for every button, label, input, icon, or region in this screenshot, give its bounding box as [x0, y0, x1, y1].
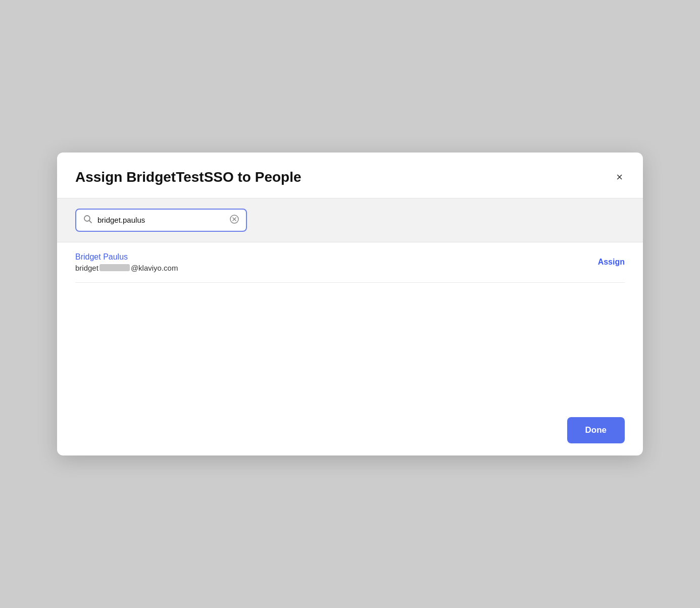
- search-icon: [83, 215, 92, 226]
- modal-overlay: Assign BridgetTestSSO to People ×: [0, 0, 700, 608]
- email-redacted: [99, 264, 130, 271]
- done-button[interactable]: Done: [567, 417, 625, 443]
- assign-button[interactable]: Assign: [598, 258, 625, 267]
- result-name[interactable]: Bridget Paulus: [75, 252, 178, 262]
- search-input-wrapper: [75, 209, 247, 232]
- results-list: Bridget Paulus bridget@klaviyo.com Assig…: [57, 242, 643, 405]
- clear-search-icon: [230, 215, 239, 225]
- clear-search-button[interactable]: [230, 215, 239, 225]
- search-input[interactable]: [97, 216, 225, 224]
- modal-title: Assign BridgetTestSSO to People: [75, 169, 302, 186]
- table-row: Bridget Paulus bridget@klaviyo.com Assig…: [75, 242, 625, 283]
- close-modal-button[interactable]: ×: [614, 170, 625, 185]
- search-bar-area: [57, 198, 643, 242]
- modal-dialog: Assign BridgetTestSSO to People ×: [57, 153, 643, 455]
- modal-header: Assign BridgetTestSSO to People ×: [57, 153, 643, 198]
- result-email: bridget@klaviyo.com: [75, 264, 178, 272]
- email-prefix: bridget: [75, 264, 98, 272]
- modal-footer: Done: [57, 405, 643, 455]
- svg-line-1: [89, 220, 91, 222]
- result-info: Bridget Paulus bridget@klaviyo.com: [75, 252, 178, 272]
- close-modal-icon: ×: [616, 171, 623, 183]
- email-suffix: @klaviyo.com: [131, 264, 178, 272]
